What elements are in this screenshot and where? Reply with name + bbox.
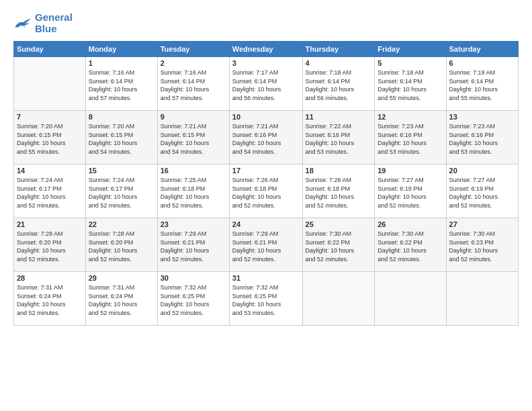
weekday-header-monday: Monday [85, 42, 157, 57]
calendar-cell: 31Sunrise: 7:32 AM Sunset: 6:25 PM Dayli… [229, 272, 302, 326]
day-info: Sunrise: 7:30 AM Sunset: 6:23 PM Dayligh… [449, 230, 515, 263]
weekday-header-tuesday: Tuesday [157, 42, 229, 57]
day-number: 14 [17, 167, 83, 175]
day-info: Sunrise: 7:31 AM Sunset: 6:24 PM Dayligh… [17, 283, 83, 317]
page: General Blue SundayMondayTuesdayWednesda… [0, 0, 532, 411]
calendar-cell: 23Sunrise: 7:29 AM Sunset: 6:21 PM Dayli… [157, 218, 229, 272]
day-number: 11 [306, 113, 372, 121]
day-number: 19 [378, 167, 443, 175]
weekday-header-sunday: Sunday [14, 42, 86, 57]
day-number: 21 [17, 220, 83, 228]
header: General Blue [13, 12, 519, 34]
week-row-3: 14Sunrise: 7:24 AM Sunset: 6:17 PM Dayli… [14, 165, 519, 218]
day-number: 9 [161, 113, 226, 121]
calendar-cell: 8Sunrise: 7:20 AM Sunset: 6:15 PM Daylig… [85, 111, 157, 165]
day-number: 13 [449, 113, 515, 121]
day-info: Sunrise: 7:21 AM Sunset: 6:16 PM Dayligh… [232, 122, 300, 156]
day-info: Sunrise: 7:26 AM Sunset: 6:18 PM Dayligh… [306, 176, 372, 210]
day-number: 2 [161, 59, 226, 67]
calendar-cell: 6Sunrise: 7:19 AM Sunset: 6:14 PM Daylig… [446, 57, 518, 111]
day-info: Sunrise: 7:21 AM Sunset: 6:15 PM Dayligh… [161, 122, 226, 156]
calendar-cell [446, 272, 518, 326]
calendar-cell: 2Sunrise: 7:16 AM Sunset: 6:14 PM Daylig… [157, 57, 229, 111]
day-info: Sunrise: 7:23 AM Sunset: 6:16 PM Dayligh… [378, 122, 443, 156]
day-info: Sunrise: 7:24 AM Sunset: 6:17 PM Dayligh… [17, 176, 83, 210]
day-number: 22 [89, 220, 154, 228]
calendar-cell: 20Sunrise: 7:27 AM Sunset: 6:19 PM Dayli… [446, 165, 518, 218]
week-row-1: 1Sunrise: 7:16 AM Sunset: 6:14 PM Daylig… [14, 57, 519, 111]
day-info: Sunrise: 7:24 AM Sunset: 6:17 PM Dayligh… [89, 176, 154, 210]
day-info: Sunrise: 7:29 AM Sunset: 6:21 PM Dayligh… [161, 230, 226, 263]
calendar-table: SundayMondayTuesdayWednesdayThursdayFrid… [13, 41, 519, 326]
calendar-cell: 5Sunrise: 7:18 AM Sunset: 6:14 PM Daylig… [375, 57, 446, 111]
calendar-cell: 12Sunrise: 7:23 AM Sunset: 6:16 PM Dayli… [375, 111, 446, 165]
calendar-cell: 13Sunrise: 7:23 AM Sunset: 6:16 PM Dayli… [446, 111, 518, 165]
day-number: 15 [89, 167, 154, 175]
day-info: Sunrise: 7:29 AM Sunset: 6:21 PM Dayligh… [232, 230, 300, 263]
weekday-header-saturday: Saturday [446, 42, 518, 57]
day-info: Sunrise: 7:28 AM Sunset: 6:20 PM Dayligh… [89, 230, 154, 263]
day-number: 18 [306, 167, 372, 175]
calendar-cell: 9Sunrise: 7:21 AM Sunset: 6:15 PM Daylig… [157, 111, 229, 165]
day-number: 20 [449, 167, 515, 175]
calendar-cell [14, 57, 86, 111]
day-number: 24 [232, 220, 300, 228]
week-row-5: 28Sunrise: 7:31 AM Sunset: 6:24 PM Dayli… [14, 272, 519, 326]
day-number: 30 [161, 274, 226, 282]
day-info: Sunrise: 7:25 AM Sunset: 6:18 PM Dayligh… [161, 176, 226, 210]
day-number: 6 [449, 59, 515, 67]
day-info: Sunrise: 7:18 AM Sunset: 6:14 PM Dayligh… [306, 68, 372, 102]
calendar-cell [375, 272, 446, 326]
calendar-cell: 11Sunrise: 7:22 AM Sunset: 6:16 PM Dayli… [302, 111, 375, 165]
calendar-cell: 28Sunrise: 7:31 AM Sunset: 6:24 PM Dayli… [14, 272, 86, 326]
calendar-cell: 19Sunrise: 7:27 AM Sunset: 6:19 PM Dayli… [375, 165, 446, 218]
day-info: Sunrise: 7:17 AM Sunset: 6:14 PM Dayligh… [232, 68, 300, 102]
day-info: Sunrise: 7:20 AM Sunset: 6:15 PM Dayligh… [89, 122, 154, 156]
calendar-cell: 10Sunrise: 7:21 AM Sunset: 6:16 PM Dayli… [229, 111, 302, 165]
day-number: 7 [17, 113, 83, 121]
day-info: Sunrise: 7:31 AM Sunset: 6:24 PM Dayligh… [89, 283, 154, 317]
day-number: 29 [89, 274, 154, 282]
weekday-header-thursday: Thursday [302, 42, 375, 57]
day-info: Sunrise: 7:16 AM Sunset: 6:14 PM Dayligh… [89, 68, 154, 102]
logo-bird-icon [13, 16, 32, 31]
calendar-cell: 25Sunrise: 7:30 AM Sunset: 6:22 PM Dayli… [302, 218, 375, 272]
calendar-cell: 26Sunrise: 7:30 AM Sunset: 6:22 PM Dayli… [375, 218, 446, 272]
weekday-header-wednesday: Wednesday [229, 42, 302, 57]
day-number: 23 [161, 220, 226, 228]
calendar-cell: 21Sunrise: 7:28 AM Sunset: 6:20 PM Dayli… [14, 218, 86, 272]
calendar-cell: 15Sunrise: 7:24 AM Sunset: 6:17 PM Dayli… [85, 165, 157, 218]
calendar-cell: 24Sunrise: 7:29 AM Sunset: 6:21 PM Dayli… [229, 218, 302, 272]
day-info: Sunrise: 7:16 AM Sunset: 6:14 PM Dayligh… [161, 68, 226, 102]
day-number: 1 [89, 59, 154, 67]
calendar-cell: 18Sunrise: 7:26 AM Sunset: 6:18 PM Dayli… [302, 165, 375, 218]
day-number: 12 [378, 113, 443, 121]
day-number: 4 [306, 59, 372, 67]
calendar-cell: 27Sunrise: 7:30 AM Sunset: 6:23 PM Dayli… [446, 218, 518, 272]
week-row-4: 21Sunrise: 7:28 AM Sunset: 6:20 PM Dayli… [14, 218, 519, 272]
day-number: 25 [306, 220, 372, 228]
calendar-cell: 17Sunrise: 7:26 AM Sunset: 6:18 PM Dayli… [229, 165, 302, 218]
day-info: Sunrise: 7:32 AM Sunset: 6:25 PM Dayligh… [161, 283, 226, 317]
day-info: Sunrise: 7:27 AM Sunset: 6:19 PM Dayligh… [449, 176, 515, 210]
day-info: Sunrise: 7:27 AM Sunset: 6:19 PM Dayligh… [378, 176, 443, 210]
calendar-cell [302, 272, 375, 326]
day-info: Sunrise: 7:20 AM Sunset: 6:15 PM Dayligh… [17, 122, 83, 156]
day-info: Sunrise: 7:19 AM Sunset: 6:14 PM Dayligh… [449, 68, 515, 102]
day-number: 27 [449, 220, 515, 228]
calendar-cell: 1Sunrise: 7:16 AM Sunset: 6:14 PM Daylig… [85, 57, 157, 111]
week-row-2: 7Sunrise: 7:20 AM Sunset: 6:15 PM Daylig… [14, 111, 519, 165]
calendar-cell: 4Sunrise: 7:18 AM Sunset: 6:14 PM Daylig… [302, 57, 375, 111]
day-info: Sunrise: 7:22 AM Sunset: 6:16 PM Dayligh… [306, 122, 372, 156]
day-number: 26 [378, 220, 443, 228]
calendar-cell: 30Sunrise: 7:32 AM Sunset: 6:25 PM Dayli… [157, 272, 229, 326]
day-info: Sunrise: 7:32 AM Sunset: 6:25 PM Dayligh… [232, 283, 300, 317]
day-info: Sunrise: 7:28 AM Sunset: 6:20 PM Dayligh… [17, 230, 83, 263]
day-info: Sunrise: 7:23 AM Sunset: 6:16 PM Dayligh… [449, 122, 515, 156]
weekday-header-friday: Friday [375, 42, 446, 57]
calendar-cell: 16Sunrise: 7:25 AM Sunset: 6:18 PM Dayli… [157, 165, 229, 218]
calendar-cell: 22Sunrise: 7:28 AM Sunset: 6:20 PM Dayli… [85, 218, 157, 272]
day-number: 28 [17, 274, 83, 282]
day-number: 10 [232, 113, 300, 121]
day-info: Sunrise: 7:18 AM Sunset: 6:14 PM Dayligh… [378, 68, 443, 102]
